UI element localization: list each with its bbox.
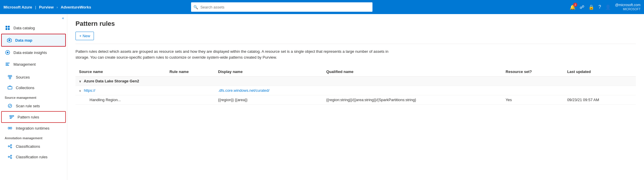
- main-content: Pattern rules + New Pattern rules detect…: [67, 14, 644, 180]
- cell-source-name: Handling Region...: [75, 95, 166, 105]
- topbar: Microsoft Azure | Purview › AdventureWor…: [0, 0, 644, 14]
- svg-rect-17: [10, 117, 13, 118]
- collapse-button[interactable]: «: [0, 14, 67, 22]
- sidebar-item-data-estate-insights[interactable]: Data estate insights: [0, 47, 67, 58]
- data-estate-insights-label: Data estate insights: [13, 50, 47, 55]
- purview-label[interactable]: Purview: [39, 5, 54, 9]
- brand-area: Microsoft Azure | Purview › AdventureWor…: [4, 5, 91, 9]
- table-header-row: Source name Rule name Display name Quali…: [75, 67, 636, 77]
- svg-rect-11: [8, 75, 10, 77]
- data-map-label: Data map: [15, 38, 32, 43]
- cell-rule-name: [166, 95, 214, 105]
- svg-point-21: [8, 146, 9, 147]
- source-url-suffix-cell: .dfs.core.windows.net/curated/: [214, 86, 323, 95]
- svg-rect-1: [8, 26, 10, 28]
- svg-rect-13: [9, 77, 11, 79]
- search-icon: 🔍: [193, 5, 198, 9]
- workspace-label[interactable]: AdventureWorks: [61, 5, 91, 9]
- source-url-cell: ∨ https://: [75, 86, 214, 95]
- topbar-icons-area: 🔔 2 ☍ 🔒 ? 👤 @microsoft.com MICROSOFT: [570, 3, 640, 11]
- integration-runtimes-icon: [7, 125, 13, 131]
- sidebar-item-scan-rule-sets[interactable]: Scan rule sets: [0, 101, 67, 111]
- svg-rect-9: [6, 64, 8, 64]
- collections-label: Collections: [16, 86, 35, 90]
- sidebar-item-classification-rules[interactable]: Classification rules: [0, 152, 67, 162]
- source-management-section-label: Source management: [0, 93, 67, 101]
- cell-display-name: {{region}} {{area}}: [214, 95, 323, 105]
- table-row: Handling Region... {{region}} {{area}} {…: [75, 95, 636, 105]
- pattern-rules-icon: [9, 114, 15, 120]
- cell-last-updated: 09/23/21 09:57 AM: [564, 95, 636, 105]
- chevron-down-icon-sub: ∨: [79, 89, 81, 92]
- svg-rect-18: [10, 118, 12, 119]
- breadcrumb-arrow: ›: [56, 5, 58, 9]
- help-button[interactable]: ?: [598, 4, 601, 10]
- bell-button[interactable]: 🔒: [588, 4, 594, 10]
- empty-cell-1: [323, 86, 502, 95]
- cell-resource-set: Yes: [502, 95, 564, 105]
- classifications-label: Classifications: [16, 144, 40, 149]
- feedback-icon: 👤: [605, 4, 611, 10]
- svg-rect-12: [10, 75, 12, 77]
- sidebar-item-classifications[interactable]: Classifications: [0, 141, 67, 152]
- feedback-button[interactable]: 👤: [605, 4, 611, 10]
- management-label: Management: [13, 62, 36, 67]
- data-table: Source name Rule name Display name Quali…: [75, 67, 636, 105]
- data-catalog-label: Data catalog: [13, 26, 35, 30]
- collections-icon: [7, 85, 13, 91]
- scan-rule-sets-label: Scan rule sets: [16, 104, 40, 108]
- svg-point-25: [11, 155, 12, 156]
- sidebar: « Data catalog Data map: [0, 14, 67, 180]
- source-url-link[interactable]: https://: [84, 88, 95, 93]
- svg-rect-2: [6, 28, 7, 30]
- svg-rect-16: [10, 116, 14, 116]
- notifications-button[interactable]: 🔔 2: [570, 4, 576, 10]
- sidebar-item-data-catalog[interactable]: Data catalog: [0, 22, 67, 34]
- sidebar-item-integration-runtimes[interactable]: Integration runtimes: [0, 123, 67, 133]
- sources-label: Sources: [16, 75, 30, 79]
- main-layout: « Data catalog Data map: [0, 14, 644, 180]
- settings-button[interactable]: ☍: [580, 4, 584, 10]
- new-button[interactable]: + New: [75, 32, 94, 40]
- sidebar-item-data-map[interactable]: Data map: [1, 34, 66, 47]
- chevron-down-icon: ∨: [79, 80, 81, 83]
- svg-point-22: [11, 145, 12, 146]
- brand-separator: |: [35, 5, 36, 9]
- source-url-suffix-link[interactable]: .dfs.core.windows.net/curated/: [218, 88, 269, 93]
- empty-cell-2: [502, 86, 564, 95]
- search-input[interactable]: [191, 2, 372, 12]
- data-estate-insights-icon: [5, 50, 11, 55]
- classifications-icon: [7, 143, 13, 149]
- toolbar: + New: [75, 32, 636, 44]
- empty-cell-3: [564, 86, 636, 95]
- user-menu[interactable]: @microsoft.com MICROSOFT: [615, 3, 640, 11]
- sources-icon: [7, 74, 13, 80]
- annotation-management-section-label: Annotation management: [0, 133, 67, 141]
- svg-point-26: [11, 157, 12, 159]
- sidebar-item-collections[interactable]: Collections: [0, 82, 67, 93]
- col-rule-name: Rule name: [166, 67, 214, 77]
- sidebar-item-sources[interactable]: Sources: [0, 72, 67, 82]
- svg-rect-0: [6, 26, 7, 28]
- group-name-adls[interactable]: ∨ Azure Data Lake Storage Gen2: [75, 77, 636, 86]
- user-org-label: MICROSOFT: [623, 7, 640, 11]
- scan-rule-sets-icon: [7, 103, 13, 109]
- integration-runtimes-label: Integration runtimes: [16, 126, 49, 130]
- bell-icon: 🔒: [588, 4, 594, 10]
- sidebar-item-management[interactable]: Management: [0, 58, 67, 70]
- cell-qualified-name: {{region:string}}/{{area:string}}/{Spark…: [323, 95, 502, 105]
- col-resource-set: Resource set?: [502, 67, 564, 77]
- pattern-rules-label: Pattern rules: [18, 115, 39, 119]
- col-qualified-name: Qualified name: [323, 67, 502, 77]
- description-text: Pattern rules detect which assets are gr…: [75, 49, 397, 60]
- svg-point-23: [11, 147, 12, 148]
- svg-rect-3: [8, 28, 10, 30]
- col-display-name: Display name: [214, 67, 323, 77]
- monitor-icon: ☍: [580, 4, 584, 10]
- svg-rect-10: [6, 65, 9, 66]
- sidebar-item-pattern-rules[interactable]: Pattern rules: [1, 111, 66, 123]
- data-catalog-icon: [5, 25, 11, 31]
- svg-rect-8: [6, 63, 10, 63]
- group-row-adls: ∨ Azure Data Lake Storage Gen2: [75, 77, 636, 86]
- management-icon: [5, 61, 11, 67]
